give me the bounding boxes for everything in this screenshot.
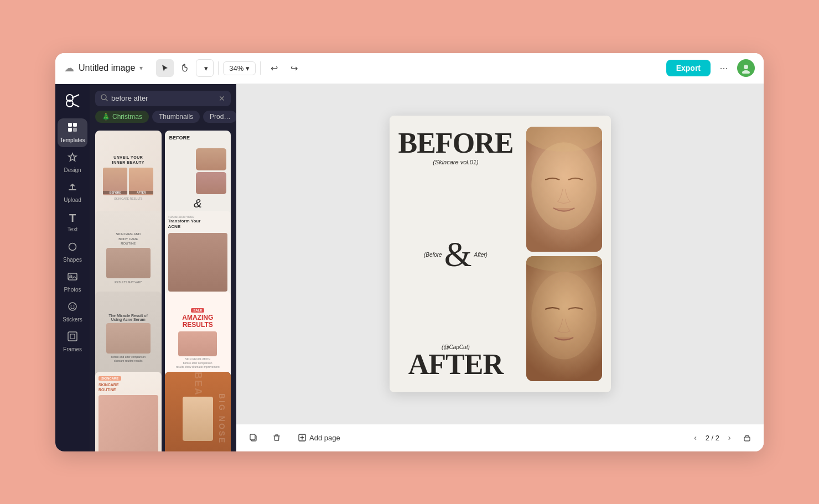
results-photo (178, 331, 217, 356)
canvas-left-column: BEFORE (Skincare vol.01) (Before & After… (390, 116, 522, 392)
svg-rect-12 (68, 128, 72, 132)
user-avatar[interactable] (737, 59, 755, 77)
chip-prod[interactable]: Prod… (203, 111, 236, 123)
template-card[interactable]: BEAUTY BIG NOSE (165, 372, 231, 451)
acne-serum-photo (106, 323, 151, 354)
face-photo-1 (196, 148, 226, 170)
svg-point-4 (744, 65, 748, 69)
svg-point-17 (69, 303, 76, 310)
search-clear-icon[interactable]: ✕ (219, 94, 225, 103)
svg-point-29 (532, 272, 597, 359)
sidebar-item-stickers[interactable]: Stickers (58, 298, 87, 326)
template-card-title: The Miracle Result ofUsing Acne Serum (109, 314, 148, 321)
after-heading: AFTER (408, 350, 503, 379)
template-note: RESULTS MAY VARY (115, 280, 142, 284)
upload-label: Upload (64, 197, 81, 203)
next-page-button[interactable]: › (723, 431, 736, 444)
skincare-photo (106, 248, 151, 278)
svg-rect-31 (250, 434, 255, 440)
after-label-small: After) (474, 252, 487, 258)
canvas-area: BEFORE (Skincare vol.01) (Before & After… (236, 84, 764, 451)
svg-rect-21 (70, 334, 75, 339)
sidebar-item-templates[interactable]: Templates (58, 118, 87, 147)
after-section: (@CapCut) AFTER (408, 344, 503, 379)
zoom-level-button[interactable]: 34% ▾ (223, 61, 256, 75)
current-page: 2 (706, 434, 709, 442)
chip-thumbnails[interactable]: Thumbnails (152, 111, 200, 123)
divider (218, 61, 219, 75)
canvas-page: BEFORE (Skincare vol.01) (Before & After… (390, 116, 611, 392)
svg-rect-10 (68, 123, 72, 127)
svg-line-23 (106, 99, 107, 101)
template-card[interactable]: SKINCARE SKINCAREROUTINE daily routine r… (95, 372, 162, 451)
frames-icon (67, 331, 78, 345)
header-left: ☁ Untitled image ▾ (64, 62, 143, 74)
canvas-bottom-bar: Add page ‹ 2 / 2 › (236, 424, 764, 451)
sidebar-item-upload[interactable]: Upload (58, 178, 87, 207)
canvas-right-column (522, 116, 610, 392)
delete-page-button[interactable] (268, 429, 285, 446)
redo-button[interactable]: ↪ (285, 59, 303, 77)
christmas-tree-icon: 🎄 (102, 113, 110, 121)
hand-tool-button[interactable] (176, 59, 194, 77)
template-subtitle: SKIN CARE RESULTS (114, 197, 142, 200)
app-logo (63, 91, 82, 111)
undo-button[interactable]: ↩ (265, 59, 283, 77)
photos-label: Photos (64, 287, 81, 293)
header-tools: ▾ 34% ▾ ↩ ↪ (156, 59, 303, 77)
svg-rect-13 (73, 128, 77, 132)
before-photo-canvas (526, 127, 602, 252)
search-box[interactable]: ✕ (95, 91, 231, 106)
lock-button[interactable] (739, 430, 755, 445)
canvas-viewport[interactable]: BEFORE (Skincare vol.01) (Before & After… (236, 84, 764, 424)
face-photo-2 (196, 172, 226, 194)
template-card-title: UNVEIL YOURINNER BEAUTY (112, 155, 144, 165)
sidebar-item-photos[interactable]: Photos (58, 268, 87, 297)
shapes-icon (67, 241, 78, 255)
sidebar-item-design[interactable]: Design (58, 148, 87, 177)
templates-icon (67, 122, 78, 136)
routine-photo (99, 395, 158, 451)
sidebar-item-text[interactable]: T Text (58, 208, 87, 237)
prev-page-button[interactable]: ‹ (689, 431, 702, 444)
before-face-image (526, 127, 602, 252)
search-input[interactable] (111, 94, 215, 102)
page-navigation: ‹ 2 / 2 › (689, 430, 755, 445)
layout-dropdown-button[interactable]: ▾ (196, 59, 214, 77)
design-icon (67, 152, 78, 165)
sidebar-item-shapes[interactable]: Shapes (58, 238, 87, 267)
export-button[interactable]: Export (666, 60, 711, 76)
more-options-button[interactable]: ··· (715, 59, 733, 77)
shapes-label: Shapes (63, 257, 82, 263)
svg-rect-24 (526, 127, 602, 252)
templates-panel: ✕ 🎄 Christmas Thumbnails Prod… (90, 84, 236, 451)
cursor-tool-button[interactable] (156, 59, 174, 77)
cloud-save-icon: ☁ (64, 62, 74, 74)
svg-point-5 (742, 70, 750, 74)
header-right: Export ··· (666, 59, 755, 77)
title-dropdown-icon[interactable]: ▾ (139, 64, 143, 72)
add-page-button[interactable]: Add page (292, 431, 347, 445)
before-photo: BEFORE (103, 168, 127, 195)
big-nose-text: BIG NOSE (217, 372, 226, 451)
text-label: Text (68, 226, 77, 232)
filter-chips: 🎄 Christmas Thumbnails Prod… (90, 111, 236, 128)
divider2 (260, 61, 261, 75)
layout-dropdown-arrow: ▾ (204, 64, 208, 72)
ampersand-symbol: & (444, 238, 472, 271)
document-title[interactable]: Untitled image (79, 63, 135, 73)
zoom-chevron: ▾ (246, 64, 250, 72)
svg-point-19 (74, 305, 75, 306)
svg-rect-27 (526, 256, 602, 381)
sidebar-item-frames[interactable]: Frames (58, 328, 87, 356)
before-heading: BEFORE (398, 129, 514, 158)
chip-christmas-label: Christmas (112, 113, 142, 121)
template-card-title: SKINCARE ANDBODY CAREROUTINE (116, 232, 141, 246)
chip-christmas[interactable]: 🎄 Christmas (95, 111, 149, 123)
before-section: BEFORE (Skincare vol.01) (398, 129, 514, 165)
svg-rect-15 (68, 273, 77, 280)
template-card-title: SKINCAREROUTINE (99, 382, 158, 392)
templates-grid: UNVEIL YOURINNER BEAUTY BEFORE AFTER SKI… (90, 128, 236, 451)
search-area: ✕ (90, 84, 236, 111)
duplicate-page-button[interactable] (245, 429, 262, 446)
